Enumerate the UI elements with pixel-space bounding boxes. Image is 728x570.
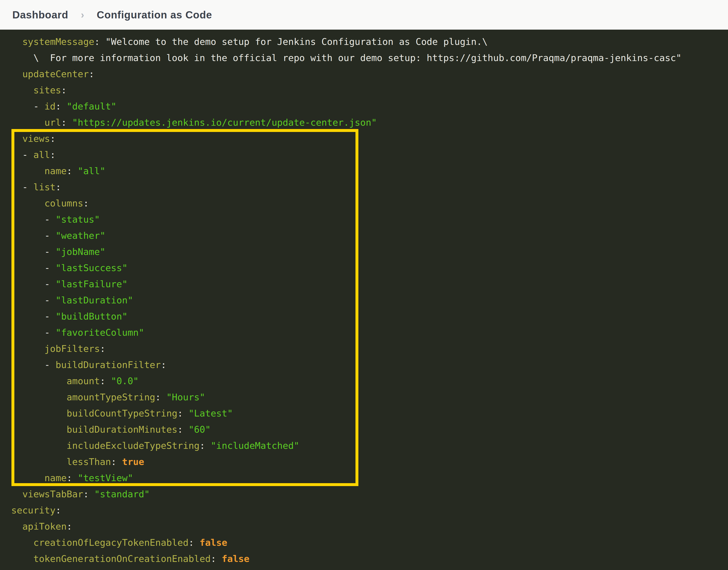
- yaml-token-plain: :: [83, 489, 94, 500]
- yaml-token-plain: :: [111, 457, 122, 467]
- code-line: - "weather": [11, 228, 728, 244]
- yaml-token-str: "all": [78, 166, 105, 177]
- yaml-token-plain: [11, 537, 33, 548]
- code-line: - buildDurationFilter:: [11, 357, 728, 373]
- yaml-token-plain: [11, 408, 67, 419]
- yaml-token-str: "lastSuccess": [55, 263, 127, 273]
- yaml-token-plain: -: [11, 279, 55, 289]
- code-line: \ For more information look in the offic…: [11, 50, 728, 66]
- breadcrumb-page-title[interactable]: Configuration as Code: [97, 9, 212, 21]
- code-line: - "status": [11, 211, 728, 228]
- yaml-token-key: lessThan: [67, 457, 111, 467]
- yaml-token-plain: [11, 85, 33, 95]
- code-line: - id: "default": [11, 98, 728, 114]
- yaml-token-key: includeExcludeTypeString: [67, 440, 200, 451]
- yaml-token-key: amountTypeString: [67, 392, 155, 402]
- code-line: - "lastFailure": [11, 276, 728, 292]
- yaml-token-plain: -: [11, 150, 33, 160]
- code-line: buildDurationMinutes: "60": [11, 421, 728, 438]
- code-line: url: "https://updates.jenkins.io/current…: [11, 114, 728, 130]
- yaml-token-str: "favoriteColumn": [55, 327, 144, 338]
- yaml-token-str: "Hours": [166, 392, 205, 402]
- yaml-token-key: buildCountTypeString: [67, 408, 177, 419]
- breadcrumb: Dashboard › Configuration as Code: [0, 0, 728, 30]
- yaml-token-str: "Latest": [189, 408, 233, 419]
- yaml-token-key: views: [22, 133, 50, 144]
- code-line: - "lastSuccess": [11, 260, 728, 276]
- breadcrumb-item-dashboard[interactable]: Dashboard: [12, 9, 68, 21]
- yaml-token-str: "60": [189, 424, 211, 435]
- yaml-token-key: url: [44, 117, 61, 128]
- yaml-token-plain: -: [11, 230, 55, 241]
- yaml-token-plain: [11, 457, 67, 467]
- yaml-token-key: updateCenter: [22, 69, 89, 79]
- yaml-token-plain: \ For more information look in the offic…: [11, 52, 682, 63]
- breadcrumb-separator-icon: ›: [81, 9, 84, 20]
- code-line: name: "testView": [11, 470, 728, 486]
- yaml-token-key: name: [44, 473, 67, 483]
- yaml-token-key: apiToken: [22, 521, 66, 532]
- yaml-token-plain: [11, 69, 22, 79]
- yaml-token-plain: -: [11, 214, 55, 225]
- yaml-token-plain: :: [55, 505, 61, 516]
- yaml-token-plain: -: [11, 263, 55, 273]
- code-line: creationOfLegacyTokenEnabled: false: [11, 535, 728, 551]
- yaml-token-str: "0.0": [111, 376, 138, 386]
- yaml-token-plain: [11, 166, 44, 177]
- yaml-token-plain: [11, 489, 22, 500]
- yaml-config-view: systemMessage: "Welcome to the demo setu…: [0, 30, 728, 570]
- yaml-token-plain: :: [89, 69, 94, 79]
- yaml-token-plain: -: [11, 295, 55, 306]
- yaml-token-str: "default": [67, 101, 116, 112]
- code-line: systemMessage: "Welcome to the demo setu…: [11, 34, 728, 50]
- yaml-token-key: id: [44, 101, 55, 112]
- yaml-token-plain: "Welcome to the demo setup for Jenkins C…: [105, 36, 488, 47]
- yaml-token-plain: :: [200, 440, 211, 451]
- code-line: - "buildButton": [11, 308, 728, 324]
- code-line: - "favoriteColumn": [11, 324, 728, 341]
- yaml-token-plain: [11, 36, 22, 47]
- yaml-token-plain: -: [11, 359, 55, 370]
- yaml-token-key: name: [44, 166, 67, 177]
- yaml-token-str: "jobName": [55, 246, 105, 257]
- code-line: apiToken:: [11, 518, 728, 535]
- yaml-token-key: list: [33, 182, 56, 193]
- yaml-token-bool: false: [200, 537, 227, 548]
- yaml-token-key: all: [33, 150, 50, 160]
- code-line: - "lastDuration": [11, 292, 728, 308]
- code-line: viewsTabBar: "standard": [11, 486, 728, 502]
- yaml-token-plain: -: [11, 327, 55, 338]
- code-line: amountTypeString: "Hours": [11, 389, 728, 405]
- yaml-token-key: creationOfLegacyTokenEnabled: [33, 537, 189, 548]
- yaml-token-bool: false: [222, 553, 249, 564]
- code-line: updateCenter:: [11, 66, 728, 82]
- yaml-token-plain: :: [177, 408, 189, 419]
- yaml-token-str: "lastFailure": [55, 279, 127, 289]
- yaml-token-plain: :: [211, 553, 222, 564]
- code-line: columns:: [11, 195, 728, 211]
- yaml-token-plain: [11, 133, 22, 144]
- yaml-token-plain: :: [61, 85, 67, 95]
- yaml-token-str: "lastDuration": [55, 295, 133, 306]
- yaml-token-plain: [11, 521, 22, 532]
- code-line: - all:: [11, 147, 728, 163]
- yaml-token-plain: [11, 343, 44, 354]
- yaml-token-plain: [11, 440, 67, 451]
- yaml-token-key: sites: [33, 85, 61, 95]
- code-line: jobFilters:: [11, 341, 728, 357]
- yaml-token-plain: :: [67, 521, 72, 532]
- yaml-token-plain: :: [100, 343, 105, 354]
- yaml-token-plain: [11, 392, 67, 402]
- yaml-token-plain: -: [11, 182, 33, 193]
- code-line: lessThan: true: [11, 454, 728, 470]
- yaml-token-plain: [11, 424, 67, 435]
- yaml-token-plain: [11, 117, 44, 128]
- code-line: tokenGenerationOnCreationEnabled: false: [11, 551, 728, 567]
- yaml-token-key: security: [11, 505, 55, 516]
- yaml-token-str: "status": [55, 214, 100, 225]
- yaml-token-bool: true: [122, 457, 144, 467]
- yaml-token-plain: :: [67, 166, 78, 177]
- yaml-token-plain: :: [189, 537, 200, 548]
- code-line: includeExcludeTypeString: "includeMatche…: [11, 438, 728, 454]
- yaml-token-str: "standard": [94, 489, 150, 500]
